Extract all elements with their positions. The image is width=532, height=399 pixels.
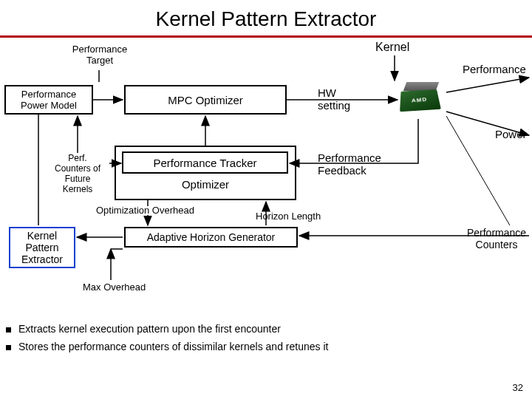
box-performance-tracker: Performance Tracker <box>122 151 288 174</box>
chip-brand: AMD <box>412 96 428 103</box>
box-mpc-optimizer: MPC Optimizer <box>124 85 287 115</box>
title-underline <box>0 35 532 38</box>
block-diagram: Performance Target Kernel Performance HW… <box>0 41 532 314</box>
box-optimizer-label: Optimizer <box>124 178 287 191</box>
bullet-item: Extracts kernel execution pattern upon t… <box>6 323 526 335</box>
bullet-item: Stores the performance counters of dissi… <box>6 341 526 352</box>
bullet-icon <box>6 345 11 350</box>
slide-number: 32 <box>513 382 523 393</box>
label-max-overhead: Max Overhead <box>83 282 146 293</box>
cpu-chip-icon: AMD <box>399 82 446 119</box>
box-adaptive-horizon: Adaptive Horizon Generator <box>124 227 298 248</box>
svg-line-3 <box>446 78 529 92</box>
bullet-text: Extracts kernel execution pattern upon t… <box>18 323 281 335</box>
label-performance: Performance <box>463 63 526 75</box>
label-horizon-length: Horizon Length <box>256 211 321 222</box>
label-hw-setting: HW setting <box>318 86 362 112</box>
bullet-text: Stores the performance counters of dissi… <box>18 341 328 352</box>
label-power: Power <box>495 128 527 140</box>
box-power-model: Performance Power Model <box>4 85 93 115</box>
label-optimization-overhead: Optimization Overhead <box>96 205 194 216</box>
bullet-icon <box>6 327 11 332</box>
box-kernel-pattern-extractor: Kernel Pattern Extractor <box>9 227 75 268</box>
label-perf-counters-future: Perf. Counters of Future Kernels <box>46 153 109 194</box>
slide-title: Kernel Pattern Extractor <box>0 0 532 35</box>
label-performance-counters: Performance Counters <box>461 227 532 250</box>
label-kernel: Kernel <box>375 41 409 54</box>
label-performance-target: Performance Target <box>66 44 133 66</box>
label-performance-feedback: Performance Feedback <box>318 151 392 177</box>
bullet-list: Extracts kernel execution pattern upon t… <box>0 314 532 352</box>
